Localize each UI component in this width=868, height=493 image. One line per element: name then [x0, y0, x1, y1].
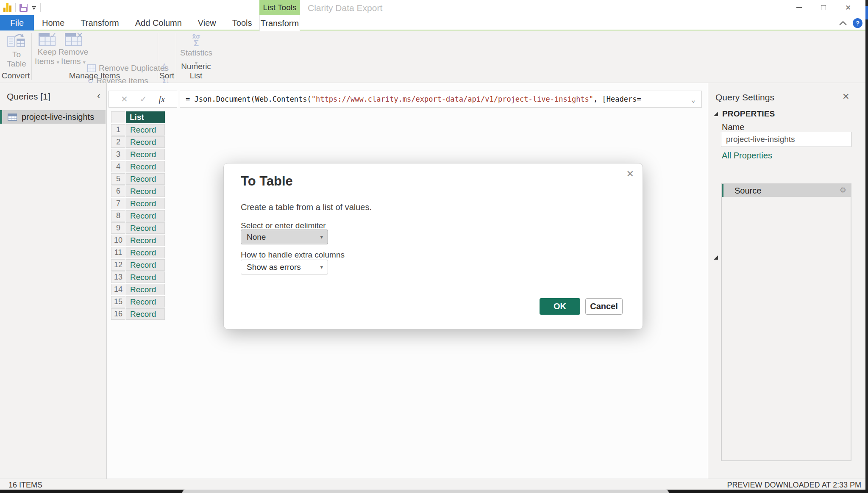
row-number[interactable]: 16: [111, 308, 125, 320]
row-number[interactable]: 12: [111, 259, 125, 271]
row-value[interactable]: Record: [126, 149, 165, 160]
maximize-button[interactable]: [811, 0, 836, 15]
formula-text: , [Headers=: [593, 95, 641, 103]
keep-items-button[interactable]: ✓ Keep Items ▾: [35, 33, 59, 66]
sort-ascending-button[interactable]: AZ ↓: [163, 64, 170, 71]
row-value[interactable]: Record: [126, 198, 165, 209]
row-number[interactable]: 3: [111, 149, 125, 160]
formula-bar-input[interactable]: = Json.Document(Web.Contents("https://ww…: [180, 91, 702, 108]
list-column-header[interactable]: List: [126, 111, 165, 123]
row-number[interactable]: 9: [111, 222, 125, 234]
row-number[interactable]: 11: [111, 247, 125, 258]
list-preview-rows: 1 Record 2 Record 3 Record 4 Record 5 Re…: [111, 124, 165, 320]
row-value[interactable]: Record: [126, 124, 165, 136]
to-table-dialog: ✕ To Table Create a table from a list of…: [223, 163, 643, 330]
ribbon: To Table Convert ✓ Keep Items ▾ ✕ Remove…: [0, 30, 865, 83]
queries-pane: Queries [1] ‹ project-live-insights: [0, 83, 107, 479]
name-label: Name: [722, 122, 744, 132]
statistics-icon: x̄σ Σ: [192, 33, 200, 47]
close-pane-icon[interactable]: ✕: [842, 91, 850, 102]
row-value[interactable]: Record: [126, 186, 165, 197]
row-number[interactable]: 14: [111, 284, 125, 295]
minimize-button[interactable]: [787, 0, 811, 15]
to-table-button[interactable]: To Table: [3, 33, 30, 69]
tab-list-tools-transform[interactable]: Transform: [259, 15, 300, 31]
row-number[interactable]: 6: [111, 186, 125, 197]
all-properties-link[interactable]: All Properties: [722, 151, 772, 161]
cancel-button[interactable]: Cancel: [585, 298, 623, 315]
table-row: 11 Record: [111, 247, 165, 258]
row-value[interactable]: Record: [126, 308, 165, 320]
table-row: 6 Record: [111, 186, 165, 197]
row-value[interactable]: Record: [126, 173, 165, 185]
row-value[interactable]: Record: [126, 210, 165, 222]
row-number[interactable]: 5: [111, 173, 125, 185]
dropdown-caret-icon: ▾: [320, 264, 323, 270]
sort-ascending-icon: ↓: [166, 64, 170, 71]
divider: [40, 3, 41, 12]
row-number[interactable]: 13: [111, 271, 125, 283]
table-row: 13 Record: [111, 271, 165, 283]
commit-formula-icon[interactable]: ✓: [140, 94, 147, 104]
table-row: 15 Record: [111, 296, 165, 307]
remove-items-button[interactable]: ✕ Remove Items ▾: [61, 33, 86, 66]
fx-icon[interactable]: fx: [159, 94, 165, 104]
gear-icon[interactable]: ⚙: [840, 186, 846, 195]
collapse-pane-icon[interactable]: ‹: [97, 91, 100, 100]
row-value[interactable]: Record: [126, 296, 165, 307]
row-value[interactable]: Record: [126, 136, 165, 148]
row-value[interactable]: Record: [126, 235, 165, 246]
preview-downloaded-status: PREVIEW DOWNLOADED AT 2:33 PM: [727, 481, 861, 490]
expand-formula-bar-icon[interactable]: ⌄: [691, 95, 696, 104]
background-window-edge: [865, 0, 868, 493]
tab-file[interactable]: File: [0, 15, 34, 30]
properties-section-header[interactable]: PROPERTIES: [714, 109, 775, 119]
delimiter-label: Select or enter delimiter: [241, 221, 326, 230]
collapse-ribbon-icon[interactable]: [838, 20, 848, 26]
close-icon: ✕: [845, 3, 851, 12]
tab-transform[interactable]: Transform: [72, 15, 127, 30]
row-value[interactable]: Record: [126, 271, 165, 283]
row-number[interactable]: 2: [111, 136, 125, 148]
table-row: 10 Record: [111, 235, 165, 246]
tab-tools[interactable]: Tools: [224, 15, 260, 30]
table-icon: [8, 114, 17, 121]
group-label-manage-items: Manage Items: [31, 71, 158, 80]
row-number[interactable]: 7: [111, 198, 125, 209]
row-number[interactable]: 4: [111, 161, 125, 172]
row-number-header-cell: [111, 111, 125, 123]
row-number[interactable]: 10: [111, 235, 125, 246]
table-row: 3 Record: [111, 149, 165, 160]
ok-button[interactable]: OK: [540, 298, 580, 315]
row-value[interactable]: Record: [126, 222, 165, 234]
customize-toolbar-caret-icon[interactable]: [31, 6, 36, 10]
query-name-input[interactable]: [721, 132, 851, 147]
query-item-project-live-insights[interactable]: project-live-insights: [0, 110, 106, 124]
dialog-title: To Table: [241, 174, 293, 189]
row-value[interactable]: Record: [126, 161, 165, 172]
delimiter-dropdown[interactable]: None ▾: [241, 230, 328, 244]
row-value[interactable]: Record: [126, 284, 165, 295]
list-preview-table: List 1 Record 2 Record 3 Record 4 Record…: [111, 111, 165, 321]
contextual-tab-group-list-tools: List Tools: [259, 0, 300, 15]
applied-step-source[interactable]: Source ⚙: [722, 184, 851, 197]
cancel-formula-icon[interactable]: ✕: [121, 94, 128, 104]
tab-add-column[interactable]: Add Column: [127, 15, 190, 30]
extra-columns-dropdown[interactable]: Show as errors ▾: [241, 260, 328, 274]
dialog-close-icon[interactable]: ✕: [626, 169, 634, 180]
query-name: project-live-insights: [22, 112, 94, 122]
help-icon[interactable]: ?: [853, 18, 862, 28]
tab-view[interactable]: View: [190, 15, 224, 30]
close-button[interactable]: ✕: [836, 0, 860, 15]
table-row: 7 Record: [111, 198, 165, 209]
row-number[interactable]: 15: [111, 296, 125, 307]
power-query-editor-window: List Tools Clarity Data Export ✕ File Ho…: [0, 0, 868, 493]
bottom-edge-light-segment: [182, 490, 669, 493]
tab-home[interactable]: Home: [34, 15, 72, 30]
row-value[interactable]: Record: [126, 247, 165, 258]
save-icon[interactable]: [19, 4, 28, 12]
row-value[interactable]: Record: [126, 259, 165, 271]
row-number[interactable]: 8: [111, 210, 125, 222]
dropdown-caret-icon: ▾: [320, 234, 323, 240]
row-number[interactable]: 1: [111, 124, 125, 136]
